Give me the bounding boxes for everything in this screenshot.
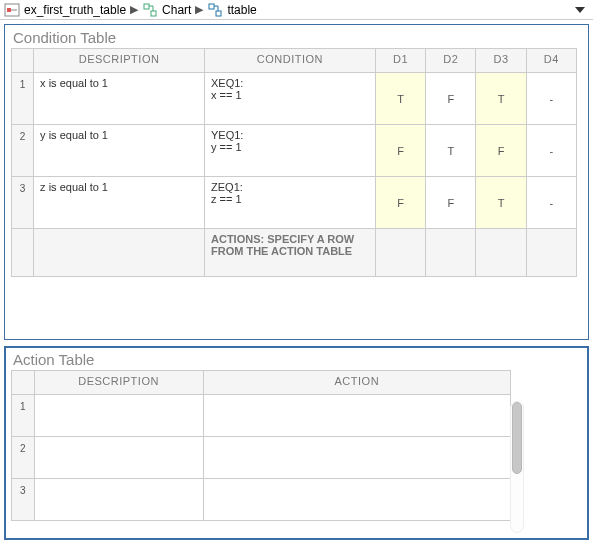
action-decision-cell[interactable] bbox=[426, 229, 476, 277]
decision-cell[interactable]: F bbox=[426, 73, 476, 125]
decision-cell[interactable]: - bbox=[526, 125, 576, 177]
decision-cell[interactable]: T bbox=[476, 177, 526, 229]
row-number: 3 bbox=[12, 479, 35, 521]
table-row: 3 bbox=[12, 479, 511, 521]
decision-cell[interactable]: F bbox=[375, 125, 425, 177]
header-description: DESCRIPTION bbox=[34, 371, 203, 395]
row-number: 2 bbox=[12, 125, 34, 177]
table-row: 2y is equal to 1YEQ1: y == 1FTF- bbox=[12, 125, 577, 177]
breadcrumb-item-ttable[interactable]: ttable bbox=[207, 2, 256, 18]
ttable-icon bbox=[207, 2, 223, 18]
breadcrumb-label: Chart bbox=[162, 3, 191, 17]
header-blank bbox=[12, 49, 34, 73]
table-row: 2 bbox=[12, 437, 511, 479]
decision-cell[interactable]: T bbox=[375, 73, 425, 125]
actions-label: ACTIONS: SPECIFY A ROW FROM THE ACTION T… bbox=[205, 229, 376, 277]
header-description: DESCRIPTION bbox=[34, 49, 205, 73]
chevron-right-icon: ▶ bbox=[195, 3, 203, 16]
description-cell[interactable] bbox=[34, 437, 203, 479]
description-cell[interactable]: y is equal to 1 bbox=[34, 125, 205, 177]
decision-cell[interactable]: T bbox=[476, 73, 526, 125]
breadcrumb: ex_first_truth_table ▶ Chart ▶ ttable bbox=[0, 0, 593, 20]
header-action: ACTION bbox=[203, 371, 510, 395]
actions-row: ACTIONS: SPECIFY A ROW FROM THE ACTION T… bbox=[12, 229, 577, 277]
breadcrumb-item-chart[interactable]: Chart bbox=[142, 2, 191, 18]
chart-icon bbox=[142, 2, 158, 18]
svg-rect-1 bbox=[7, 8, 11, 12]
breadcrumb-item-model[interactable]: ex_first_truth_table bbox=[4, 2, 126, 18]
action-table-title: Action Table bbox=[5, 347, 588, 370]
description-cell[interactable] bbox=[34, 395, 203, 437]
description-cell[interactable] bbox=[34, 479, 203, 521]
condition-table-panel: Condition Table DESCRIPTION CONDITION D1… bbox=[4, 24, 589, 340]
action-decision-cell[interactable] bbox=[476, 229, 526, 277]
decision-cell[interactable]: T bbox=[426, 125, 476, 177]
header-d2[interactable]: D2 bbox=[426, 49, 476, 73]
condition-cell[interactable]: XEQ1: x == 1 bbox=[205, 73, 376, 125]
action-cell[interactable] bbox=[203, 395, 510, 437]
action-decision-cell[interactable] bbox=[526, 229, 576, 277]
breadcrumb-dropdown[interactable] bbox=[575, 7, 585, 13]
svg-rect-4 bbox=[209, 4, 214, 9]
table-row: 1 bbox=[12, 395, 511, 437]
row-number: 1 bbox=[12, 395, 35, 437]
row-number: 2 bbox=[12, 437, 35, 479]
condition-table[interactable]: DESCRIPTION CONDITION D1 D2 D3 D4 1x is … bbox=[11, 48, 577, 277]
condition-cell[interactable]: YEQ1: y == 1 bbox=[205, 125, 376, 177]
header-condition: CONDITION bbox=[205, 49, 376, 73]
decision-cell[interactable]: - bbox=[526, 177, 576, 229]
row-number: 1 bbox=[12, 73, 34, 125]
svg-rect-2 bbox=[144, 4, 149, 9]
header-d1[interactable]: D1 bbox=[375, 49, 425, 73]
condition-cell[interactable]: ZEQ1: z == 1 bbox=[205, 177, 376, 229]
decision-cell[interactable]: F bbox=[375, 177, 425, 229]
breadcrumb-label: ttable bbox=[227, 3, 256, 17]
actions-spacer bbox=[34, 229, 205, 277]
decision-cell[interactable]: - bbox=[526, 73, 576, 125]
scrollbar-thumb[interactable] bbox=[512, 402, 522, 474]
row-number: 3 bbox=[12, 177, 34, 229]
action-cell[interactable] bbox=[203, 437, 510, 479]
decision-cell[interactable]: F bbox=[476, 125, 526, 177]
action-decision-cell[interactable] bbox=[375, 229, 425, 277]
action-scrollbar[interactable] bbox=[510, 401, 524, 533]
header-d3[interactable]: D3 bbox=[476, 49, 526, 73]
table-row: 3z is equal to 1ZEQ1: z == 1FFT- bbox=[12, 177, 577, 229]
model-icon bbox=[4, 2, 20, 18]
condition-table-title: Condition Table bbox=[5, 25, 588, 48]
chevron-right-icon: ▶ bbox=[130, 3, 138, 16]
table-row: 1x is equal to 1XEQ1: x == 1TFT- bbox=[12, 73, 577, 125]
header-blank bbox=[12, 371, 35, 395]
header-d4[interactable]: D4 bbox=[526, 49, 576, 73]
svg-rect-5 bbox=[216, 11, 221, 16]
action-table-panel: Action Table DESCRIPTION ACTION 123 bbox=[4, 346, 589, 540]
description-cell[interactable]: z is equal to 1 bbox=[34, 177, 205, 229]
action-cell[interactable] bbox=[203, 479, 510, 521]
row-number bbox=[12, 229, 34, 277]
svg-rect-3 bbox=[151, 11, 156, 16]
breadcrumb-label: ex_first_truth_table bbox=[24, 3, 126, 17]
decision-cell[interactable]: F bbox=[426, 177, 476, 229]
description-cell[interactable]: x is equal to 1 bbox=[34, 73, 205, 125]
action-table[interactable]: DESCRIPTION ACTION 123 bbox=[11, 370, 511, 521]
